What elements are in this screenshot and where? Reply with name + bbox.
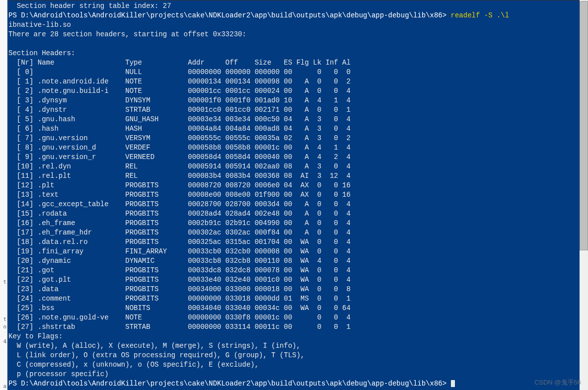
terminal-output[interactable]: Section header string table index: 27 PS… xyxy=(7,0,580,390)
editor-gutter: t t o 4 a g t r o i c e t xyxy=(0,0,7,390)
scrollbar-thumb[interactable] xyxy=(580,1,588,250)
scrollbar[interactable] xyxy=(580,0,588,390)
watermark: CSDN @鬼手56 xyxy=(534,378,581,387)
